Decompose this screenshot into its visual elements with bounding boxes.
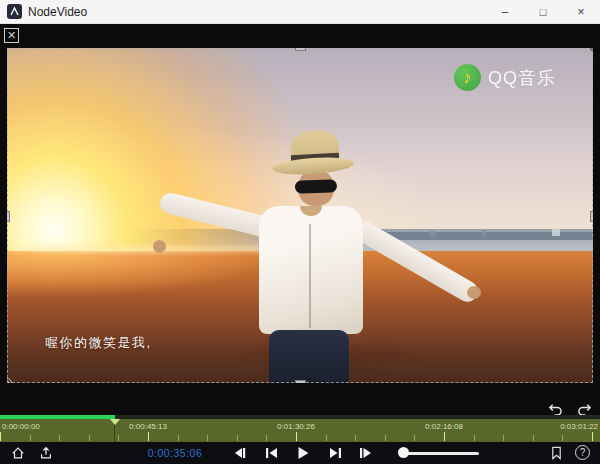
qq-music-logo-icon: ♪ bbox=[454, 64, 481, 91]
home-button[interactable] bbox=[10, 446, 26, 460]
child-shirt-placket bbox=[309, 224, 311, 328]
transport-bar: 0:00:35:06 bbox=[0, 442, 600, 464]
export-button[interactable] bbox=[38, 446, 54, 460]
child-pants bbox=[269, 330, 349, 383]
child-sunglasses bbox=[295, 179, 337, 193]
titlebar: NodeVideo – □ × bbox=[0, 0, 600, 24]
skip-to-start-button[interactable] bbox=[263, 446, 279, 460]
ruler-ticks-major bbox=[0, 432, 600, 441]
music-note-icon: ♪ bbox=[462, 68, 473, 86]
child-right-hand bbox=[467, 286, 481, 299]
timecode-label: 0:01:30:26 bbox=[277, 422, 315, 431]
timecode-label: 0:03:01:22 bbox=[560, 422, 598, 431]
child-shirt bbox=[259, 206, 363, 334]
minimize-button[interactable]: – bbox=[486, 0, 524, 24]
speed-slider-knob[interactable] bbox=[398, 447, 409, 458]
window-title: NodeVideo bbox=[28, 5, 87, 19]
speed-slider-track[interactable] bbox=[403, 452, 479, 455]
step-forward-button[interactable] bbox=[357, 446, 373, 460]
step-backward-button[interactable] bbox=[231, 446, 247, 460]
video-subtitle: 喔你的微笑是我, bbox=[45, 334, 152, 352]
nodevideo-window: NodeVideo – □ × ✕ bbox=[0, 0, 600, 464]
video-canvas[interactable]: ♪ QQ音乐 喔你的微笑是我, bbox=[7, 48, 593, 383]
skip-to-end-button[interactable] bbox=[327, 446, 343, 460]
scene-building bbox=[482, 230, 486, 236]
maximize-button[interactable]: □ bbox=[524, 0, 562, 24]
undo-button[interactable] bbox=[548, 402, 563, 415]
deselect-icon[interactable]: ✕ bbox=[4, 28, 19, 43]
timecode-label: 0:02:16:08 bbox=[425, 422, 463, 431]
playhead-marker[interactable] bbox=[110, 419, 120, 425]
child-left-hand bbox=[153, 240, 166, 253]
current-time-display: 0:00:35:06 bbox=[138, 447, 212, 459]
resize-handle-left[interactable] bbox=[7, 211, 10, 222]
scene-building bbox=[552, 229, 560, 236]
timeline-ruler[interactable]: 0:00:00:00 0:00:45:13 0:01:30:26 0:02:16… bbox=[0, 415, 600, 442]
resize-handle-top[interactable] bbox=[295, 48, 306, 51]
bookmark-button[interactable] bbox=[548, 446, 564, 460]
scene-building bbox=[429, 231, 436, 236]
timecode-label: 0:00:45:13 bbox=[129, 422, 167, 431]
help-button[interactable]: ? bbox=[575, 445, 590, 460]
editor-area: ✕ bbox=[0, 24, 600, 415]
watermark-text: QQ音乐 bbox=[488, 66, 556, 90]
redo-button[interactable] bbox=[577, 402, 592, 415]
play-button[interactable] bbox=[295, 446, 311, 460]
close-button[interactable]: × bbox=[562, 0, 600, 24]
progress-bar bbox=[0, 415, 115, 419]
resize-handle-bottom[interactable] bbox=[295, 380, 306, 383]
resize-handle-right[interactable] bbox=[590, 211, 593, 222]
app-logo-icon bbox=[7, 4, 22, 19]
qq-music-watermark: ♪ QQ音乐 bbox=[454, 64, 556, 91]
timecode-label: 0:00:00:00 bbox=[2, 422, 40, 431]
